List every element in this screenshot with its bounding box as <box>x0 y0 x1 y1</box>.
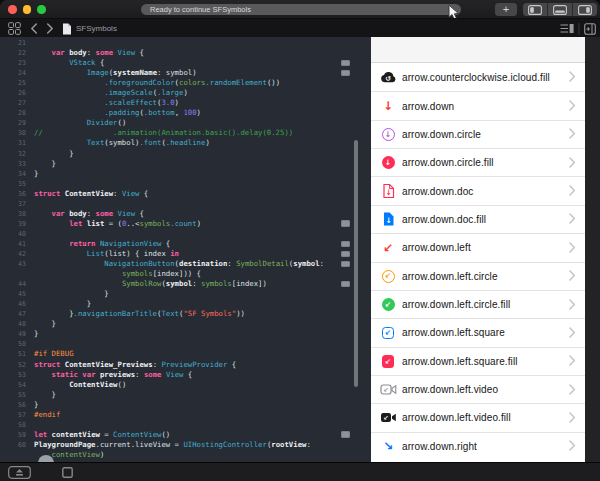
line-number: 46 <box>0 299 32 309</box>
symbol-row[interactable]: ↺arrow.counterclockwise.icloud.fill <box>371 63 585 91</box>
symbol-row[interactable]: ↙arrow.down.left.square.fill <box>371 347 585 375</box>
symbol-row[interactable]: ↓arrow.down <box>371 91 585 119</box>
bottom-bar <box>0 462 600 481</box>
code-line: 53 static var previews: some View { <box>0 370 371 380</box>
symbol-icon: ↓ <box>379 128 397 141</box>
symbol-row[interactable]: ↙arrow.down.left.square <box>371 318 585 346</box>
zoom-window-button[interactable] <box>37 5 46 14</box>
svg-text:↙: ↙ <box>383 387 388 395</box>
forward-button[interactable] <box>46 19 54 38</box>
line-number: 56 <box>0 400 32 410</box>
result-marker-button[interactable] <box>341 431 350 438</box>
layout-toggle-group <box>523 3 597 16</box>
code-line: 43 NavigationButton(destination: SymbolD… <box>0 259 371 269</box>
chevron-right-icon <box>569 68 576 86</box>
result-marker-button[interactable] <box>341 60 350 67</box>
symbol-row[interactable]: ↓arrow.down.doc <box>371 176 585 204</box>
symbol-row[interactable]: ↓arrow.down.circle.fill <box>371 148 585 176</box>
code-line: 25 .foregroundColor(colors.randomElement… <box>0 78 371 88</box>
chevron-right-icon <box>569 296 576 314</box>
symbol-label: arrow.down.circle.fill <box>402 157 569 168</box>
result-marker-button[interactable] <box>341 251 350 258</box>
panel-left-icon <box>528 5 542 15</box>
add-viewer-button[interactable] <box>584 19 596 38</box>
result-marker-button[interactable] <box>341 281 350 288</box>
line-number: 34 <box>0 169 32 179</box>
line-number: 54 <box>0 380 32 390</box>
line-number: 43 <box>0 259 32 269</box>
symbol-row[interactable]: ↙arrow.down.left.video <box>371 375 585 403</box>
symbol-icon: ↘ <box>379 440 397 452</box>
symbol-row[interactable]: ↓arrow.down.doc.fill <box>371 205 585 233</box>
symbol-row[interactable]: ↙arrow.down.left <box>371 233 585 261</box>
result-marker-button[interactable] <box>341 241 350 248</box>
content-area: 2122 var body: some View {23 VStack {24 … <box>0 37 600 462</box>
code-line: 55 } <box>0 390 371 400</box>
code-line: 38 var body: some View { <box>0 209 371 219</box>
panel-bottom-icon <box>553 5 567 15</box>
stop-button[interactable] <box>62 467 73 478</box>
chevron-right-icon <box>569 352 576 370</box>
symbols-panel: ↺arrow.counterclockwise.icloud.fill↓arro… <box>371 37 585 462</box>
line-number: 59 <box>0 430 32 440</box>
code-line: 33 } <box>0 159 371 169</box>
code-line: 47 }.navigationBarTitle(Text("SF Symbols… <box>0 309 371 319</box>
code-line: symbols[index])) { <box>0 269 371 279</box>
chevron-right-icon <box>569 210 576 228</box>
editor-scrollbar[interactable] <box>354 140 358 387</box>
symbol-row[interactable]: ↘arrow.down.right <box>371 432 585 460</box>
chevron-right-icon <box>569 437 576 455</box>
line-number: 45 <box>0 289 32 299</box>
line-number: 60 <box>0 440 32 450</box>
symbol-label: arrow.down.circle <box>402 129 569 140</box>
chevron-right-icon <box>569 381 576 399</box>
chevron-right-icon <box>46 23 54 34</box>
present-button[interactable] <box>8 466 31 479</box>
line-number: 42 <box>0 249 32 259</box>
result-marker-button[interactable] <box>341 220 350 227</box>
line-number: 26 <box>0 88 32 98</box>
line-number: 39 <box>0 219 32 229</box>
symbol-row[interactable]: ↙arrow.down.left.video.fill <box>371 403 585 431</box>
result-marker-button[interactable] <box>341 261 350 268</box>
symbol-label: arrow.down.right <box>402 441 569 452</box>
symbol-label: arrow.down <box>402 101 569 112</box>
line-number: 27 <box>0 98 32 108</box>
code-line: 56} <box>0 400 371 410</box>
symbol-icon: ↓ <box>379 100 397 112</box>
code-line: 48 } <box>0 319 371 329</box>
symbol-label: arrow.down.left.square.fill <box>402 356 569 367</box>
show-list-view-button[interactable] <box>560 19 574 38</box>
panel-right-icon <box>578 5 592 15</box>
show-all-playgrounds-button[interactable] <box>8 19 21 38</box>
symbol-label: arrow.down.doc.fill <box>402 214 569 225</box>
toolbar: SFSymbols <box>0 18 600 37</box>
minimize-window-button[interactable] <box>23 5 32 14</box>
line-number: 24 <box>0 68 32 78</box>
line-number: 53 <box>0 370 32 380</box>
line-number: 38 <box>0 209 32 219</box>
line-number: 40 <box>0 229 32 239</box>
run-status-bar: Ready to continue SFSymbols <box>141 4 461 15</box>
close-window-button[interactable] <box>8 5 17 14</box>
new-tab-button[interactable]: + <box>495 3 517 16</box>
result-marker-button[interactable] <box>341 70 350 77</box>
line-number: 28 <box>0 108 32 118</box>
code-editor[interactable]: 2122 var body: some View {23 VStack {24 … <box>0 37 371 462</box>
symbol-row[interactable]: ↙arrow.down.left.circle.fill <box>371 290 585 318</box>
toggle-bottom-panel-button[interactable] <box>547 3 572 16</box>
toggle-left-sidebar-button[interactable] <box>523 3 547 16</box>
line-number: 29 <box>0 118 32 128</box>
code-line: 42 List(list) { index in <box>0 249 371 259</box>
grid-icon <box>8 22 21 35</box>
back-button[interactable] <box>30 19 38 38</box>
svg-text:↙: ↙ <box>383 415 388 423</box>
toggle-right-sidebar-button[interactable] <box>572 3 597 16</box>
breadcrumb-filename[interactable]: SFSymbols <box>76 19 117 38</box>
line-number: 52 <box>0 360 32 370</box>
code-line: 40 <box>0 229 371 239</box>
add-panel-icon <box>584 23 596 35</box>
symbol-row[interactable]: ↓arrow.down.circle <box>371 120 585 148</box>
code-line: 22 var body: some View { <box>0 48 371 58</box>
symbol-row[interactable]: ↙arrow.down.left.circle <box>371 262 585 290</box>
